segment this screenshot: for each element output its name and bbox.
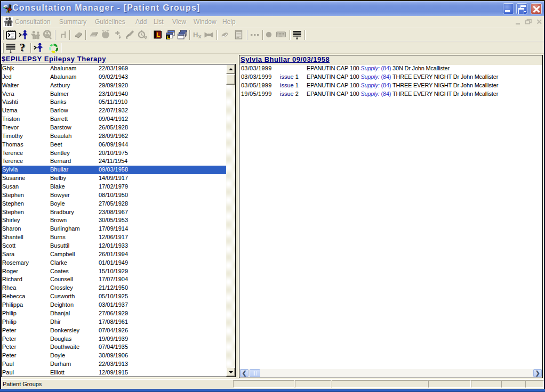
svg-text:L: L	[157, 31, 161, 38]
svg-text:H: H	[193, 31, 198, 39]
svg-text:x: x	[198, 33, 202, 39]
svg-text:?: ?	[19, 43, 25, 54]
svg-text:L: L	[167, 35, 170, 40]
